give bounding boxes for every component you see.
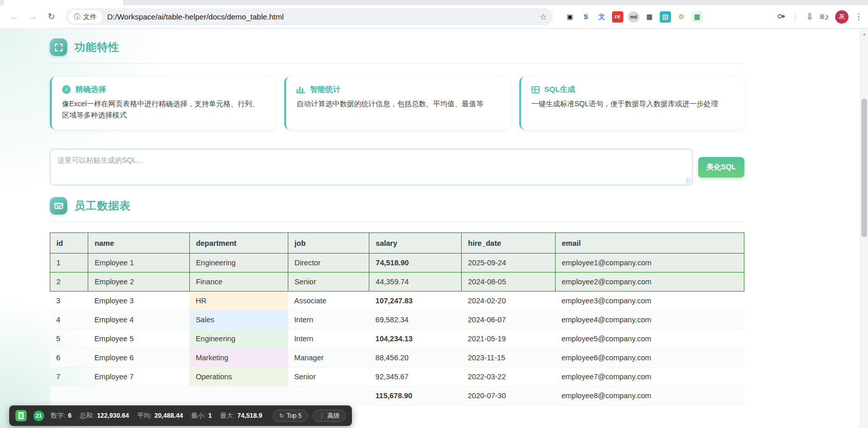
profile-avatar[interactable]: 灰 (835, 10, 849, 24)
cell-hire-date[interactable]: 2024-06-07 (462, 310, 556, 329)
cell-email[interactable]: employee6@company.com (555, 348, 744, 367)
cell-department[interactable]: Marketing (189, 348, 288, 367)
cell-salary[interactable]: 107,247.83 (369, 291, 462, 310)
cell-job[interactable]: Senior (288, 273, 369, 291)
browser-tab[interactable]: Table Helper 演示 - 员工数据... × (4, 0, 123, 5)
reload-button[interactable]: ↻ (44, 9, 59, 25)
table-row[interactable]: 1Employee 1EngineeringDirector74,518.902… (50, 254, 744, 273)
table-row[interactable]: 115,678.902020-07-30employee8@company.co… (50, 386, 744, 405)
qr-icon[interactable]: ▦ (644, 11, 655, 23)
employee-table[interactable]: idnamedepartmentjobsalaryhire_dateemail … (50, 232, 744, 405)
cell-salary[interactable]: 69,582.34 (369, 310, 462, 329)
fe-icon[interactable]: FE (612, 11, 623, 23)
cell-hire-date[interactable]: 2021-05-19 (462, 329, 556, 348)
column-header-id[interactable]: id (50, 233, 88, 254)
column-header-job[interactable]: job (288, 233, 369, 254)
cell-department[interactable]: Finance (189, 273, 288, 291)
cell-id[interactable]: 3 (50, 291, 88, 310)
cell-name[interactable]: Employee 1 (88, 254, 190, 273)
cell-email[interactable]: employee8@company.com (555, 386, 744, 405)
column-header-department[interactable]: department (189, 233, 288, 254)
new-tab-button[interactable]: + (129, 0, 143, 2)
file-scheme-chip[interactable]: ⓘ 文件 (68, 10, 102, 23)
cell-salary[interactable]: 74,518.90 (369, 254, 462, 273)
cell-id[interactable]: 7 (50, 367, 88, 386)
cell-name[interactable]: Employee 5 (88, 329, 190, 348)
cell-id[interactable]: 5 (50, 329, 88, 348)
textarea-resize-handle[interactable] (686, 179, 691, 184)
cell-hire-date[interactable]: 2022-03-22 (462, 367, 556, 386)
cell-department[interactable]: Engineering (189, 254, 288, 273)
extensions-puzzle-icon[interactable]: ⚩ (778, 11, 785, 22)
cell-department[interactable]: Engineering (189, 329, 288, 348)
cell-hire-date[interactable]: 2025-09-24 (462, 254, 556, 273)
chrome-menu-icon[interactable]: ⋮ (855, 12, 863, 22)
cell-salary[interactable]: 92,345.67 (369, 367, 462, 386)
bookmark-star-icon[interactable]: ☆ (540, 12, 547, 22)
cell-email[interactable]: employee7@company.com (555, 367, 744, 386)
back-button[interactable]: ← (7, 9, 22, 25)
cell-email[interactable]: employee3@company.com (555, 291, 744, 310)
md-icon[interactable]: md (628, 11, 639, 23)
top5-button[interactable]: ↻ Top 5 (273, 410, 308, 422)
cell-job[interactable]: Senior (288, 367, 369, 386)
cell-id[interactable]: 1 (50, 254, 88, 273)
cell-name[interactable]: Employee 2 (88, 273, 190, 291)
table-row[interactable]: 3Employee 3HRAssociate107,247.832024-02-… (50, 291, 744, 310)
forward-button[interactable]: → (25, 9, 41, 25)
cell-salary[interactable]: 44,359.74 (369, 273, 462, 291)
cell-id[interactable] (50, 386, 88, 405)
cell-job[interactable]: Manager (288, 348, 369, 367)
cell-salary[interactable]: 104,234.13 (369, 329, 462, 348)
cell-email[interactable]: employee4@company.com (555, 310, 744, 329)
spreadsheet-icon[interactable]: ▦ (692, 11, 703, 23)
cell-job[interactable]: Associate (288, 291, 369, 310)
cell-department[interactable] (189, 386, 288, 405)
cell-name[interactable]: Employee 7 (88, 367, 190, 386)
playlist-icon[interactable]: ≡♪ (820, 12, 829, 22)
address-bar[interactable]: ⓘ 文件 D:/Workspace/ai/table-helper/docs/d… (66, 8, 553, 25)
download-icon[interactable]: ⇩ (806, 11, 813, 22)
table-row[interactable]: 7Employee 7OperationsSenior92,345.672022… (50, 367, 744, 386)
cell-name[interactable]: Employee 3 (88, 291, 190, 310)
cell-name[interactable]: Employee 4 (88, 310, 190, 329)
page-scrollbar[interactable]: ▲ (860, 29, 868, 428)
file-doc-icon[interactable] (15, 410, 27, 421)
dark-frame-icon[interactable]: ▣ (564, 11, 576, 23)
translate-icon[interactable]: 文 (596, 11, 607, 23)
tools-icon[interactable]: ⚙ (676, 11, 687, 23)
scrollbar-up-arrow[interactable]: ▲ (862, 32, 866, 36)
cell-email[interactable]: employee2@company.com (555, 273, 744, 291)
cell-id[interactable]: 4 (50, 310, 88, 329)
cell-department[interactable]: Operations (189, 367, 288, 386)
cell-department[interactable]: HR (189, 291, 288, 310)
column-header-hire_date[interactable]: hire_date (462, 233, 556, 254)
table-row[interactable]: 6Employee 6MarketingManager88,456.202023… (50, 348, 744, 367)
cell-job[interactable]: Intern (288, 310, 369, 329)
table-row[interactable]: 5Employee 5EngineeringIntern104,234.1320… (50, 329, 744, 348)
cell-name[interactable]: Employee 6 (88, 348, 190, 367)
column-header-name[interactable]: name (88, 233, 190, 254)
table-row[interactable]: 4Employee 4SalesIntern69,582.342024-06-0… (50, 310, 744, 329)
cell-job[interactable] (288, 386, 369, 405)
cell-hire-date[interactable]: 2020-07-30 (462, 386, 556, 405)
cell-name[interactable] (88, 386, 190, 405)
cell-email[interactable]: employee5@company.com (555, 329, 744, 348)
cell-job[interactable]: Intern (288, 329, 369, 348)
stats-toolbar[interactable]: 21 数字:6总和:122,930.64平均:20,488.44最小:1最大:7… (9, 405, 352, 426)
cell-salary[interactable]: 115,678.90 (369, 386, 462, 405)
cell-hire-date[interactable]: 2023-11-15 (462, 348, 556, 367)
cell-salary[interactable]: 88,456.20 (369, 348, 462, 367)
column-header-salary[interactable]: salary (369, 233, 462, 254)
scrollbar-thumb[interactable] (861, 99, 867, 237)
cell-hire-date[interactable]: 2024-08-05 (462, 273, 556, 291)
table-row[interactable]: 2Employee 2FinanceSenior44,359.742024-08… (50, 273, 744, 291)
beautify-sql-button[interactable]: 美化SQL (698, 157, 744, 178)
url-text[interactable]: D:/Workspace/ai/table-helper/docs/demo_t… (107, 12, 540, 21)
column-header-email[interactable]: email (555, 233, 744, 254)
cell-id[interactable]: 2 (50, 273, 88, 291)
advanced-button[interactable]: ⋮ 高级 (313, 410, 346, 422)
s-blue-icon[interactable]: S (580, 11, 591, 23)
cell-id[interactable]: 6 (50, 348, 88, 367)
cell-hire-date[interactable]: 2024-02-20 (462, 291, 556, 310)
